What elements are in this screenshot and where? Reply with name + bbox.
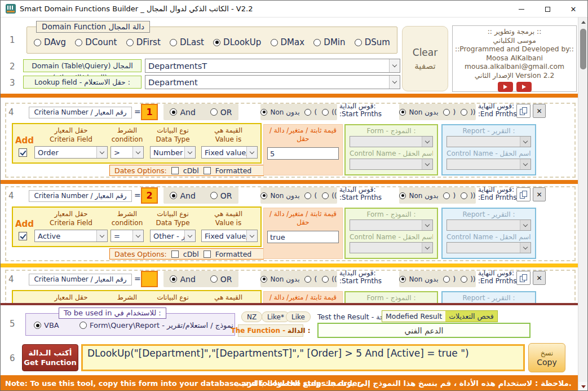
domain-function-radio-davg[interactable]: DAvg: [34, 37, 66, 47]
add-checkbox[interactable]: [19, 148, 27, 157]
criteria-field-select[interactable]: Order: [34, 146, 108, 159]
form-query-report-radio[interactable]: Form\Query\Report - نموذج / استعلام/تقري…: [79, 321, 233, 330]
domain-select[interactable]: DepartmentsT: [145, 59, 400, 73]
end-none-radio[interactable]: Non بدون: [399, 108, 438, 116]
criteria-value-input[interactable]: [267, 231, 339, 243]
and-radio[interactable]: And: [170, 108, 195, 117]
title-bar: Smart Domain Functions Builder _ الكاتب …: [1, 1, 587, 17]
close-button[interactable]: ✕: [560, 1, 586, 17]
data-type-select[interactable]: Number - رقم: [150, 146, 196, 159]
criteria-number-label: Criteria Number / رقم المعيار: [29, 190, 132, 202]
start-double-paren-radio[interactable]: ((: [322, 108, 337, 116]
data-type-select[interactable]: Other - آخر: [150, 230, 196, 242]
close-criteria-button[interactable]: ✕: [533, 104, 546, 118]
report-select[interactable]: [446, 219, 531, 231]
condition-select[interactable]: =: [110, 230, 144, 242]
form-select[interactable]: [350, 219, 433, 231]
dates-options-label: Dates Options:: [114, 166, 167, 175]
close-icon: ✕: [571, 5, 577, 14]
maximize-button[interactable]: [534, 1, 560, 17]
end-double-paren-radio[interactable]: )): [461, 108, 475, 116]
cdbl-label: cDbl: [183, 250, 199, 258]
support-box[interactable]: الدعم الفني: [317, 323, 530, 338]
condition-header: الشرطcondition: [106, 209, 148, 227]
end-double-paren-radio[interactable]: )): [461, 275, 475, 283]
add-checkbox[interactable]: [19, 232, 27, 240]
clear-button[interactable]: Clear تصفية: [402, 26, 448, 91]
formatted-checkbox[interactable]: [204, 167, 211, 174]
domain-function-radio-dcount[interactable]: DCount: [75, 37, 117, 47]
or-radio[interactable]: OR: [210, 108, 232, 117]
close-icon: ✕: [536, 107, 542, 115]
end-double-paren-radio[interactable]: )): [461, 192, 475, 200]
start-double-paren-radio[interactable]: ((: [322, 275, 337, 283]
copy-function-button[interactable]: نسخ Copy: [528, 343, 565, 372]
criteria-number-value: [141, 271, 158, 287]
end-parens-label: قوس النهاية: :End Prnths: [478, 186, 517, 201]
chevron-down-icon: [184, 147, 195, 158]
lookup-field-select[interactable]: Department: [145, 75, 400, 89]
step-number-4: 4: [8, 274, 14, 284]
domain-function-radio-dsum[interactable]: DSum: [355, 37, 390, 47]
like-button[interactable]: Like: [286, 311, 311, 322]
condition-select[interactable]: >: [110, 146, 144, 159]
report-control-select[interactable]: [446, 242, 531, 253]
step-number-4: 4: [8, 191, 14, 201]
used-in-group: To be used in للاستخدام في : VBA Form\Qu…: [25, 313, 235, 336]
start-double-paren-radio[interactable]: ((: [322, 192, 337, 200]
modified-result-button[interactable]: Modefied Result فحص التعديلات: [382, 310, 498, 322]
data-type-header: نوع البياناتData Type: [147, 209, 199, 227]
and-radio[interactable]: And: [170, 191, 195, 200]
copy-criteria-button[interactable]: [516, 271, 530, 285]
minimize-button[interactable]: [509, 1, 534, 17]
form-control-select[interactable]: [350, 242, 433, 253]
copy-criteria-button[interactable]: [516, 104, 530, 118]
cdbl-checkbox[interactable]: [171, 167, 179, 174]
domain-function-radio-dlookup[interactable]: DLookUp: [213, 37, 261, 47]
form-box: Form - النموذج : Control Name - اسم الحق…: [344, 124, 438, 175]
form-control-select[interactable]: [350, 159, 433, 170]
domain-function-radio-dfirst[interactable]: DFirst: [126, 37, 161, 47]
end-paren-radio[interactable]: ): [443, 192, 456, 200]
start-paren-radio[interactable]: (: [304, 275, 317, 283]
criteria-value-input[interactable]: [267, 147, 339, 160]
or-radio[interactable]: OR: [210, 191, 232, 200]
domain-function-radio-dmin[interactable]: DMin: [313, 37, 345, 47]
value-is-select[interactable]: Fixed value/ثابتة: [201, 230, 258, 242]
formatted-checkbox[interactable]: [204, 251, 211, 258]
vba-radio[interactable]: VBA: [34, 321, 59, 330]
end-none-radio[interactable]: Non بدون: [399, 275, 438, 283]
start-none-radio[interactable]: Non بدون: [260, 192, 299, 200]
form-select[interactable]: [350, 136, 433, 147]
criteria-field-select[interactable]: Active: [34, 230, 108, 242]
scroll-up-icon[interactable]: [578, 17, 588, 27]
end-paren-radio[interactable]: ): [443, 108, 456, 116]
start-none-radio[interactable]: Non بدون: [260, 108, 299, 116]
end-none-radio[interactable]: Non بدون: [399, 192, 438, 200]
report-control-select[interactable]: [446, 159, 531, 170]
close-criteria-button[interactable]: ✕: [533, 271, 546, 285]
copy-criteria-button[interactable]: [516, 187, 530, 201]
start-paren-radio[interactable]: (: [304, 192, 317, 200]
function-output[interactable]: DLookUp("[Department]","[DepartmentsT]",…: [81, 344, 525, 371]
domain-function-radio-dmax[interactable]: DMax: [271, 37, 305, 47]
domain-function-radio-dlast[interactable]: DLast: [170, 37, 204, 47]
youtube-icon[interactable]: [498, 82, 513, 92]
start-none-radio[interactable]: Non بدون: [260, 275, 299, 283]
domain-function-legend: Domain Function دالة المجال: [36, 21, 150, 33]
and-radio[interactable]: And: [170, 275, 195, 284]
report-select[interactable]: [446, 136, 531, 147]
value-is-select[interactable]: Fixed value/ثابتة: [201, 146, 258, 159]
scrollbar-thumb[interactable]: [580, 29, 586, 69]
form-control-name-label: Control Name - اسم الحقل :: [350, 149, 433, 158]
nz-button[interactable]: NZ: [241, 311, 262, 322]
start-paren-radio[interactable]: (: [304, 108, 317, 116]
end-paren-radio[interactable]: ): [443, 275, 456, 283]
or-radio[interactable]: OR: [210, 275, 232, 284]
close-criteria-button[interactable]: ✕: [533, 187, 546, 201]
cdbl-checkbox[interactable]: [171, 251, 179, 258]
youtube-icon[interactable]: [516, 82, 532, 92]
get-function-button[interactable]: أكتب الـدالة Get Function: [22, 344, 78, 371]
vertical-scrollbar[interactable]: [578, 17, 587, 391]
scroll-down-icon[interactable]: [578, 382, 588, 391]
